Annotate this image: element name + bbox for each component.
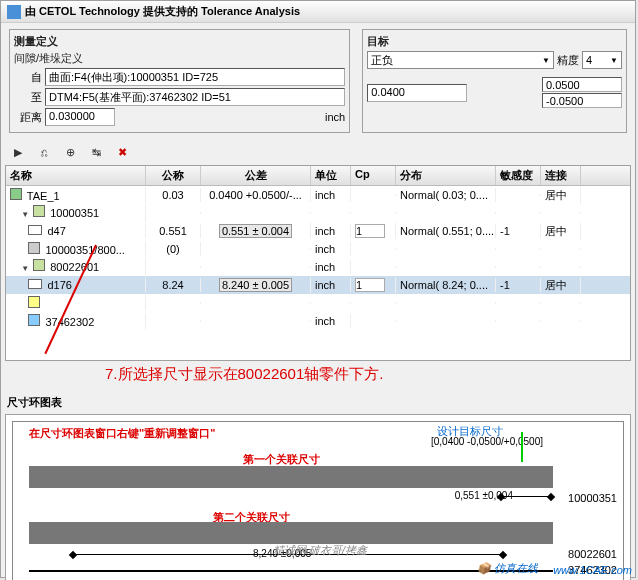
mate-icon [28,242,40,254]
target-center-field[interactable]: 0.0400 [367,84,467,102]
chevron-down-icon: ▼ [542,56,550,65]
watermark-center: 精诚网 破衣哥/拷鑫 [1,543,638,558]
cp-input[interactable]: 1 [355,224,385,238]
tolerance-button[interactable]: 8.240 ± 0.005 [219,278,292,292]
from-field[interactable]: 曲面:F4(伸出项):10000351 ID=725 [45,68,345,86]
table-row[interactable] [6,294,630,312]
toolbar: ▶ ⎌ ⊕ ↹ ✖ [1,139,635,165]
table-row[interactable]: d470.5510.551 ± 0.004inch1Normal( 0.551;… [6,222,630,240]
part-icon [33,205,45,217]
cp-input[interactable]: 1 [355,278,385,292]
dist-field[interactable]: 0.030000 [45,108,115,126]
precision-dropdown[interactable]: 4▼ [582,51,622,69]
col-sens[interactable]: 敏感度 [496,166,541,185]
dimension-table: 名称 公称 公差 单位 Cp 分布 敏感度 连接 TAE_10.030.0400… [5,165,631,361]
from-label: 自 [14,70,42,85]
pointer-icon[interactable]: ▶ [9,143,27,161]
table-row[interactable]: 10000351/800...(0)inch [6,240,630,258]
branch-icon[interactable]: ⎌ [35,143,53,161]
chart-first-label: 第一个关联尺寸 [243,452,320,467]
delete-icon[interactable]: ✖ [113,143,131,161]
col-name[interactable]: 名称 [6,166,146,185]
table-row[interactable]: ▼ 80022601inch [6,258,630,276]
col-cp[interactable]: Cp [351,166,396,185]
table-row[interactable]: TAE_10.030.0400 +0.0500/-...inchNormal( … [6,186,630,204]
section-gap: 间隙/堆垛定义 [14,51,345,66]
dist-label: 距离 [14,110,42,125]
expand-icon[interactable]: ▼ [19,210,31,222]
chart-dim1-line [501,496,551,497]
chevron-down-icon: ▼ [610,56,618,65]
target-panel: 目标 正负▼ 精度 4▼ 0.0400 0.0500 -0.0500 [362,29,627,133]
measurement-panel: 测量定义 间隙/堆垛定义 自 曲面:F4(伸出项):10000351 ID=72… [9,29,350,133]
target-section: 目标 [367,34,622,49]
table-row[interactable]: ▼ 10000351 [6,204,630,222]
datum-icon [28,314,40,326]
col-unit[interactable]: 单位 [311,166,351,185]
tolerance-button[interactable]: 0.551 ± 0.004 [219,224,292,238]
table-row[interactable]: 37462302inch [6,312,630,330]
dimension-icon [28,225,42,235]
app-icon [7,5,21,19]
section-measure: 测量定义 [14,34,58,49]
chart-design-range: [0,0400 -0,0500/+0,0500] [431,436,543,447]
table-header: 名称 公称 公差 单位 Cp 分布 敏感度 连接 [6,166,630,186]
tae-icon [10,188,22,200]
col-conn[interactable]: 连接 [541,166,581,185]
target-marker [521,432,523,462]
watermark-url: www.1CAE.com [553,564,632,576]
col-nominal[interactable]: 公称 [146,166,201,185]
dimension-icon [28,279,42,289]
swap-icon[interactable]: ↹ [87,143,105,161]
table-body: TAE_10.030.0400 +0.0500/-...inchNormal( … [6,186,630,330]
col-dist[interactable]: 分布 [396,166,496,185]
watermark-sim: 📦 仿真在线 [477,561,538,576]
precision-label: 精度 [557,53,579,68]
add-dim-icon[interactable]: ⊕ [61,143,79,161]
expand-icon[interactable]: ▼ [19,264,31,276]
titlebar: 由 CETOL Technology 提供支持的 Tolerance Analy… [1,1,635,23]
target-upper-field[interactable]: 0.0500 [542,77,622,92]
to-field[interactable]: DTM4:F5(基准平面):37462302 ID=51 [45,88,345,106]
annotation-text: 7.所选择尺寸显示在80022601轴零件下方. [5,365,631,384]
part-icon [33,259,45,271]
chart-bar-2 [29,522,553,544]
main-window: 由 CETOL Technology 提供支持的 Tolerance Analy… [0,0,636,578]
window-title: 由 CETOL Technology 提供支持的 Tolerance Analy… [25,4,300,19]
chart-panel-title: 尺寸环图表 [1,395,635,410]
chart-bar-1 [29,466,553,488]
target-type-dropdown[interactable]: 正负▼ [367,51,554,69]
chart-right-1: 10000351 [568,492,617,504]
to-label: 至 [14,90,42,105]
table-row[interactable]: d1768.248.240 ± 0.005inch1Normal( 8.24; … [6,276,630,294]
chart-note-window: 在尺寸环图表窗口右键"重新调整窗口" [29,426,215,441]
col-tolerance[interactable]: 公差 [201,166,311,185]
unit-label: inch [325,111,345,123]
chart-baseline [29,570,553,572]
placeholder-icon [28,296,40,308]
target-lower-field[interactable]: -0.0500 [542,93,622,108]
